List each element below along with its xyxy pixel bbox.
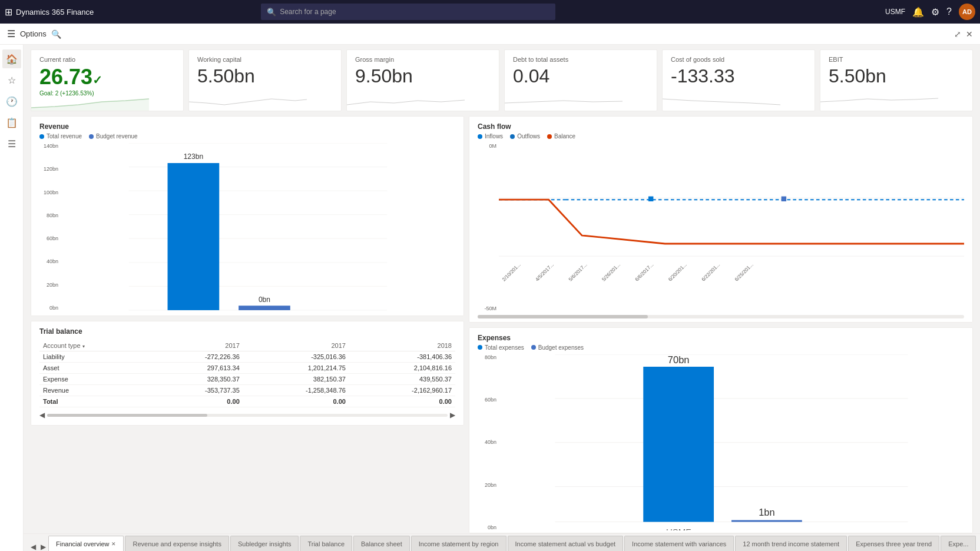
search-bar[interactable]: 🔍 (261, 4, 555, 20)
svg-rect-20 (782, 197, 786, 201)
notification-icon[interactable]: 🔔 (912, 6, 924, 18)
cell-expense-col2: 382,150.37 (243, 374, 349, 385)
kpi-working-capital-title: Working capital (197, 56, 333, 63)
bottom-tabs: ◀ ▶ Financial overview ✕ Revenue and exp… (24, 533, 980, 551)
grid-icon[interactable]: ⊞ (5, 6, 12, 18)
cashflow-chart-area: 0M -50M (469, 143, 972, 314)
cell-revenue-col1: -353,737.35 (149, 385, 243, 396)
main-content: Current ratio 26.73✓ Goal: 2 (+1236.53%)… (24, 45, 980, 551)
tab-balance-sheet[interactable]: Balance sheet (353, 536, 410, 551)
tab-close-icon[interactable]: ✕ (111, 541, 116, 547)
close-icon[interactable]: ✕ (966, 29, 973, 39)
kpi-debt-to-assets-title: Debt to total assets (513, 56, 648, 63)
svg-text:5/26/201...: 5/26/201... (601, 261, 621, 282)
col-2017b[interactable]: 2017 (243, 340, 349, 351)
revenue-legend: Total revenue Budget revenue (31, 133, 463, 143)
expenses-bars-area: 70bn 1bn USMF (499, 354, 964, 531)
col-2018[interactable]: 2018 (349, 340, 455, 351)
app-logo[interactable]: ⊞ Dynamics 365 Finance (5, 6, 94, 18)
legend-budget-expenses: Budget expenses (531, 344, 584, 351)
tab-prev-icon[interactable]: ◀ (28, 543, 38, 551)
sidebar-item-workspaces[interactable]: 📋 (2, 113, 21, 132)
cell-asset-col1: 297,613.34 (149, 363, 243, 374)
kpi-cogs: Cost of goods sold -133.33 (662, 49, 815, 111)
svg-text:6/20/201...: 6/20/201... (667, 261, 688, 282)
sidebar: 🏠 ☆ 🕐 📋 ☰ (0, 45, 24, 551)
tab-12month-trend[interactable]: 12 month trend income statement (735, 536, 847, 551)
tab-subledger[interactable]: Subledger insights (230, 536, 299, 551)
kpi-cogs-value: -133.33 (671, 67, 806, 85)
revenue-chart-title: Revenue (31, 117, 463, 133)
cell-total-col1: 0.00 (149, 396, 243, 407)
svg-text:1bn: 1bn (759, 507, 774, 517)
kpi-ebit-value: 5.50bn (829, 67, 964, 85)
cashflow-legend: Inflows Outflows Balance (469, 133, 972, 143)
user-name: USMF (885, 8, 905, 16)
kpi-gross-margin-title: Gross margin (355, 56, 491, 63)
expand-icon[interactable]: ⤢ (954, 29, 961, 39)
app-name: Dynamics 365 Finance (16, 8, 94, 16)
svg-rect-8 (168, 163, 220, 310)
settings-icon[interactable]: ⚙ (931, 6, 939, 18)
table-row: Revenue -353,737.35 -1,258,348.76 -2,162… (39, 385, 455, 396)
sidebar-item-recent[interactable]: 🕐 (2, 92, 21, 111)
main-layout: 🏠 ☆ 🕐 📋 ☰ Current ratio 26.73✓ Goal: 2 (… (0, 45, 980, 551)
table-row: Asset 297,613.34 1,201,214.75 2,104,816.… (39, 363, 455, 374)
svg-text:6/6/2017...: 6/6/2017... (634, 261, 654, 282)
page-search-icon[interactable]: 🔍 (51, 29, 61, 39)
kpi-gross-margin: Gross margin 9.50bn (346, 49, 499, 111)
tab-trial-balance[interactable]: Trial balance (300, 536, 352, 551)
cell-expense-col1: 328,350.37 (149, 374, 243, 385)
cell-expense-col3: 439,550.37 (349, 374, 455, 385)
revenue-y-axis: 140bn 120bn 100bn 80bn 60bn 40bn 20bn 0b… (39, 143, 61, 311)
cashflow-lines-area: 2/10/201... 4/5/2017... 5/6/2017... 5/26… (499, 143, 964, 311)
svg-text:2/10/201...: 2/10/201... (501, 261, 521, 282)
scroll-left-icon[interactable]: ◀ (39, 411, 45, 419)
cell-liability-type: Liability (39, 351, 149, 363)
cell-asset-col2: 1,201,214.75 (243, 363, 349, 374)
expenses-y-axis: 80bn 60bn 40bn 20bn 0bn (478, 354, 499, 531)
kpi-working-capital: Working capital 5.50bn (188, 49, 342, 111)
kpi-current-ratio-value: 26.73✓ (39, 67, 175, 88)
search-input[interactable] (280, 8, 549, 16)
kpi-working-capital-value: 5.50bn (197, 67, 333, 85)
table-row: Expense 328,350.37 382,150.37 439,550.37 (39, 374, 455, 385)
svg-rect-10 (239, 306, 290, 310)
tab-expenses-more[interactable]: Expe... (941, 536, 976, 551)
expenses-chart-panel: Expenses Total expenses Budget expenses (469, 327, 973, 534)
avatar[interactable]: AD (959, 4, 975, 20)
tab-income-region[interactable]: Income statement by region (411, 536, 506, 551)
cell-liability-col1: -272,226.36 (149, 351, 243, 363)
legend-total-revenue: Total revenue (39, 133, 82, 140)
tab-income-actual-budget[interactable]: Income statement actual vs budget (508, 536, 624, 551)
hamburger-icon[interactable]: ☰ (7, 28, 15, 39)
trial-balance-table: Account type ▾ 2017 2017 2018 Liability (39, 340, 455, 407)
col-account-type[interactable]: Account type ▾ (39, 340, 149, 351)
col-2017a[interactable]: 2017 (149, 340, 243, 351)
kpi-ebit-title: EBIT (829, 56, 964, 63)
cashflow-scrollbar[interactable] (478, 315, 964, 318)
svg-text:USMF: USMF (666, 526, 691, 530)
sidebar-item-home[interactable]: 🏠 (2, 49, 21, 68)
expenses-chart-title: Expenses (469, 328, 972, 344)
sidebar-item-favorites[interactable]: ☆ (2, 71, 21, 89)
tab-revenue-expense[interactable]: Revenue and expense insights (125, 536, 229, 551)
cell-revenue-col2: -1,258,348.76 (243, 385, 349, 396)
secondbar: ☰ Options 🔍 ⤢ ✕ (0, 24, 980, 45)
legend-inflows: Inflows (478, 133, 503, 140)
tab-next-icon[interactable]: ▶ (38, 543, 48, 551)
scroll-right-icon[interactable]: ▶ (450, 411, 455, 419)
tab-income-variances[interactable]: Income statement with variances (624, 536, 734, 551)
svg-rect-36 (731, 520, 802, 522)
svg-text:6/25/201...: 6/25/201... (733, 261, 754, 282)
kpi-gross-margin-value: 9.50bn (355, 67, 491, 85)
legend-budget-revenue: Budget revenue (89, 133, 138, 140)
sidebar-item-modules[interactable]: ☰ (2, 134, 21, 153)
kpi-ebit: EBIT 5.50bn (820, 49, 973, 111)
tab-financial-overview[interactable]: Financial overview ✕ (48, 536, 124, 551)
svg-text:0bn: 0bn (259, 296, 270, 304)
kpi-cogs-title: Cost of goods sold (671, 56, 806, 63)
help-icon[interactable]: ? (946, 6, 952, 17)
page-title: Options (20, 29, 47, 38)
tab-expenses-3year[interactable]: Expenses three year trend (848, 536, 939, 551)
